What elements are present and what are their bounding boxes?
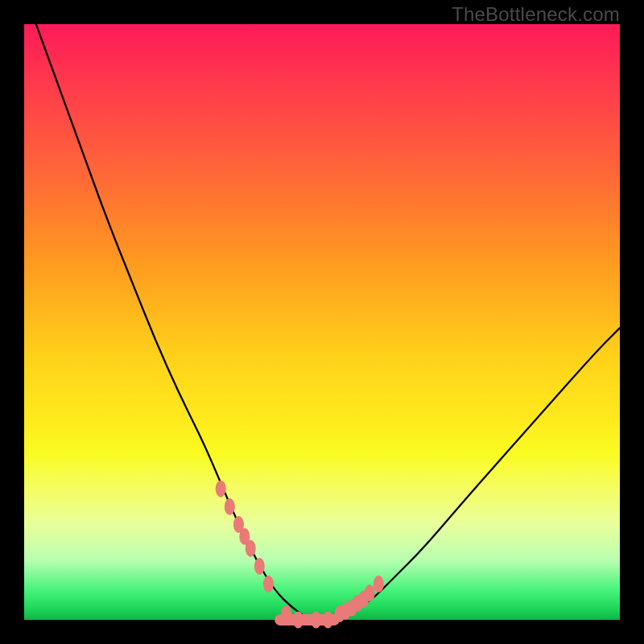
svg-point-10 [311, 612, 321, 629]
svg-point-1 [216, 481, 226, 497]
bottleneck-curve [36, 24, 620, 620]
svg-point-11 [323, 612, 333, 629]
svg-point-8 [281, 605, 291, 622]
outer-frame: TheBottleneck.com [0, 0, 644, 644]
watermark-text: TheBottleneck.com [452, 3, 620, 26]
svg-point-7 [263, 576, 274, 592]
svg-point-9 [293, 612, 303, 629]
svg-point-2 [225, 498, 235, 515]
svg-point-6 [254, 558, 265, 575]
svg-point-17 [365, 584, 375, 601]
svg-point-5 [246, 540, 256, 557]
svg-point-18 [374, 576, 384, 592]
chart-plot-area [24, 24, 620, 620]
chart-svg [24, 24, 620, 620]
curve-markers [216, 481, 384, 629]
